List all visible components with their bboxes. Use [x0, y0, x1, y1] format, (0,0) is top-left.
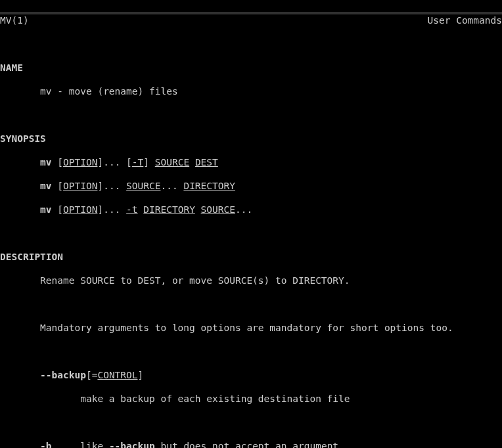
- section-synopsis-header: SYNOPSIS: [0, 133, 502, 145]
- blank-line: [0, 38, 502, 50]
- blank-line: [0, 346, 502, 357]
- flag-t: -t: [126, 204, 137, 215]
- opt-backup: --backup: [40, 370, 86, 380]
- option-backup: --backup[=CONTROL]: [0, 369, 502, 381]
- man-page-viewer[interactable]: MV(1)User Commands NAME mv - move (renam…: [0, 0, 502, 448]
- cmd-mv: mv: [40, 204, 51, 215]
- arg-option: OPTION: [63, 181, 97, 191]
- blank-line: [0, 227, 502, 239]
- synopsis-line-2: mv [OPTION]... SOURCE... DIRECTORY: [0, 180, 502, 192]
- arg-source: SOURCE: [126, 181, 160, 191]
- header-right: User Commands: [428, 14, 503, 26]
- man-header-row: MV(1)User Commands: [0, 12, 502, 26]
- arg-source: SOURCE: [201, 204, 235, 215]
- arg-dest: DEST: [195, 157, 218, 168]
- opt-backup-ref: --backup: [109, 441, 155, 448]
- arg-option: OPTION: [63, 157, 97, 168]
- header-left: MV(1): [0, 14, 29, 26]
- arg-control: CONTROL: [97, 370, 137, 380]
- desc-line-2: Mandatory arguments to long options are …: [0, 322, 502, 334]
- arg-option: OPTION: [63, 204, 97, 215]
- name-line: mv - move (rename) files: [0, 85, 502, 97]
- option-b: -b like --backup but does not accept an …: [0, 440, 502, 448]
- flag-T: -T: [132, 157, 143, 168]
- blank-line: [0, 109, 502, 121]
- synopsis-line-1: mv [OPTION]... [-T] SOURCE DEST: [0, 156, 502, 168]
- cmd-mv: mv: [40, 181, 51, 191]
- opt-b: -b: [40, 441, 51, 448]
- blank-line: [0, 298, 502, 310]
- arg-directory: DIRECTORY: [183, 181, 235, 191]
- cmd-mv: mv: [40, 157, 51, 168]
- desc-line-1: Rename SOURCE to DEST, or move SOURCE(s)…: [0, 275, 502, 286]
- section-name-header: NAME: [0, 62, 502, 74]
- synopsis-line-3: mv [OPTION]... -t DIRECTORY SOURCE...: [0, 204, 502, 215]
- option-backup-desc: make a backup of each existing destinati…: [0, 393, 502, 405]
- arg-source: SOURCE: [155, 157, 189, 168]
- blank-line: [0, 416, 502, 428]
- arg-directory: DIRECTORY: [143, 204, 195, 215]
- section-description-header: DESCRIPTION: [0, 251, 502, 263]
